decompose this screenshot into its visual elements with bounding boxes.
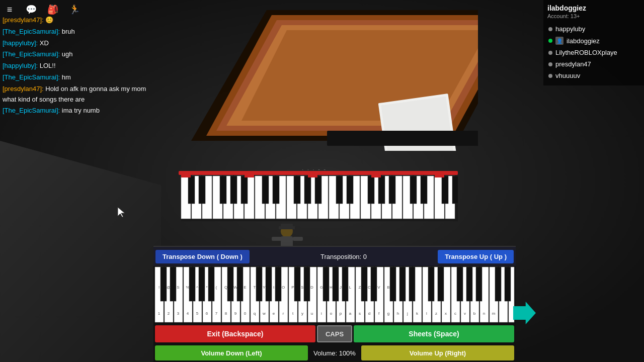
user-status-dot <box>548 51 552 55</box>
svg-rect-111 <box>170 267 176 301</box>
chat-message: [The_EpicSamurai]: ugh <box>3 49 158 60</box>
svg-text:r: r <box>283 311 284 316</box>
svg-rect-58 <box>245 175 254 177</box>
svg-rect-129 <box>409 267 415 301</box>
chat-message: [The_EpicSamurai]: ima try numb <box>3 106 158 116</box>
user-status-dot <box>548 27 552 31</box>
transpose-up-button[interactable]: Transpose Up ( Up ) <box>438 250 514 263</box>
svg-text:V: V <box>377 285 380 290</box>
svg-text:v: v <box>464 311 466 316</box>
svg-text:(: ( <box>216 285 217 290</box>
svg-text:p: p <box>340 311 342 316</box>
svg-rect-133 <box>466 267 472 301</box>
svg-rect-126 <box>371 267 377 301</box>
svg-text:d: d <box>368 311 370 316</box>
chat-area: [presdylan47]: 😊 [The_EpicSamurai]: bruh… <box>3 15 158 117</box>
svg-text:w: w <box>262 311 266 316</box>
volume-down-button[interactable]: Volume Down (Left) <box>155 345 308 360</box>
user-list-item: 👤 ilabdoggiez <box>547 35 640 47</box>
svg-text:m: m <box>492 311 496 316</box>
svg-text:9: 9 <box>234 311 237 316</box>
exit-button[interactable]: Exit (Backspace) <box>155 325 315 342</box>
user-list-item: LilytheROBLOXplaye <box>547 47 640 58</box>
top-bar: ≡ 💬 🎒 🏃 <box>3 3 82 17</box>
svg-text:n: n <box>483 311 485 316</box>
svg-rect-57 <box>181 175 191 177</box>
svg-text:I: I <box>273 285 274 290</box>
svg-text:T: T <box>254 285 256 290</box>
svg-rect-61 <box>435 175 444 177</box>
svg-text:P: P <box>291 285 294 290</box>
svg-rect-110 <box>160 267 167 301</box>
svg-rect-51 <box>378 176 385 204</box>
svg-rect-124 <box>342 267 348 301</box>
svg-text:D: D <box>310 285 313 290</box>
transpose-down-button[interactable]: Transpose Down ( Down ) <box>155 250 250 263</box>
svg-text:Z: Z <box>359 285 361 290</box>
svg-rect-132 <box>457 267 463 301</box>
svg-marker-70 <box>118 207 125 217</box>
chat-message: [happyluby]: XD <box>3 38 158 49</box>
character-icon[interactable]: 🏃 <box>67 3 82 17</box>
backpack-icon[interactable]: 🎒 <box>46 3 60 17</box>
svg-text:%: % <box>186 285 189 290</box>
svg-text:4: 4 <box>187 311 189 316</box>
sheets-button[interactable]: Sheets (Space) <box>354 325 514 342</box>
svg-text:a: a <box>349 311 352 316</box>
svg-text:O: O <box>282 285 285 290</box>
svg-text:y: y <box>301 311 303 316</box>
svg-rect-42 <box>241 176 248 204</box>
svg-rect-114 <box>208 267 214 301</box>
svg-rect-121 <box>304 267 310 301</box>
transpose-bar: Transpose Down ( Down ) Transposition: 0… <box>153 247 516 266</box>
svg-rect-127 <box>390 267 396 301</box>
svg-rect-118 <box>266 267 272 301</box>
cursor-arrow <box>116 206 128 218</box>
svg-rect-125 <box>361 267 367 301</box>
action-bar: Exit (Backspace) CAPS Sheets (Space) <box>153 324 516 344</box>
svg-text:J: J <box>340 285 342 290</box>
svg-text:7: 7 <box>215 311 218 316</box>
svg-text:q: q <box>254 311 256 316</box>
svg-rect-122 <box>323 267 329 301</box>
user-status-dot <box>548 74 552 78</box>
piano-top-area <box>166 0 478 151</box>
chat-icon[interactable]: 💬 <box>24 3 38 17</box>
svg-text:*: * <box>206 285 207 290</box>
svg-text:6: 6 <box>206 311 208 316</box>
svg-text:2: 2 <box>168 311 170 316</box>
svg-rect-55 <box>442 176 448 204</box>
svg-text:Q: Q <box>224 285 227 290</box>
user-list-item: vhuuuuv <box>547 70 640 81</box>
svg-rect-123 <box>333 267 339 301</box>
svg-rect-128 <box>399 267 406 301</box>
svg-text:^: ^ <box>196 285 198 290</box>
transpose-label: Transposition: 0 <box>252 253 436 260</box>
svg-rect-7 <box>327 131 478 146</box>
menu-icon[interactable]: ≡ <box>3 3 17 17</box>
svg-text:5: 5 <box>196 311 199 316</box>
svg-rect-39 <box>199 176 205 204</box>
svg-text:E: E <box>244 285 246 290</box>
user-list-item: happyluby <box>547 23 640 35</box>
svg-rect-116 <box>237 267 243 301</box>
chat-message: [presdylan47]: Hold on afk im gonna ask … <box>3 84 158 105</box>
chat-message: [presdylan47]: 😊 <box>3 15 158 26</box>
svg-rect-119 <box>275 267 281 301</box>
svg-text:g: g <box>387 311 389 316</box>
svg-rect-38 <box>188 176 195 204</box>
svg-text:B: B <box>387 285 389 290</box>
svg-text:S: S <box>301 285 303 290</box>
svg-text:s: s <box>359 311 361 316</box>
svg-rect-50 <box>368 176 374 204</box>
piano-overlay: Transpose Down ( Down ) Transposition: 0… <box>153 246 516 362</box>
piano-keys-3d <box>179 171 458 221</box>
caps-button[interactable]: CAPS <box>317 325 352 342</box>
svg-text:u: u <box>311 311 313 316</box>
svg-rect-47 <box>315 176 321 204</box>
svg-rect-52 <box>389 176 395 204</box>
volume-up-button[interactable]: Volume Up (Right) <box>361 345 514 360</box>
svg-rect-65 <box>293 237 303 241</box>
volume-label: Volume: 100% <box>309 349 360 357</box>
svg-rect-45 <box>294 176 300 204</box>
